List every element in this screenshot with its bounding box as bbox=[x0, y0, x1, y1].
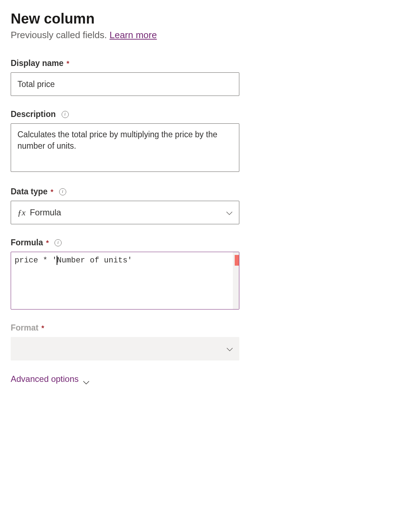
data-type-select-content: ƒx Formula bbox=[17, 208, 61, 218]
data-type-field-group: Data type * i ƒx Formula bbox=[11, 187, 395, 224]
formula-input[interactable]: price * 'Number of units' bbox=[11, 252, 239, 310]
format-field-group: Format * bbox=[11, 323, 395, 360]
required-asterisk: * bbox=[67, 60, 69, 67]
subtitle-text: Previously called fields. bbox=[11, 30, 109, 40]
data-type-label: Data type * bbox=[11, 187, 53, 196]
formula-error-indicator bbox=[235, 255, 239, 266]
format-label-row: Format * bbox=[11, 323, 395, 333]
display-name-field-group: Display name * bbox=[11, 58, 395, 96]
format-label: Format * bbox=[11, 323, 44, 333]
info-icon[interactable]: i bbox=[54, 239, 62, 246]
required-asterisk: * bbox=[51, 188, 53, 196]
data-type-select[interactable]: ƒx Formula bbox=[11, 201, 239, 224]
display-name-label: Display name * bbox=[11, 58, 69, 68]
page-title: New column bbox=[11, 11, 395, 27]
required-asterisk: * bbox=[46, 239, 49, 247]
description-input[interactable]: Calculates the total price by multiplyin… bbox=[11, 123, 239, 172]
chevron-down-icon bbox=[227, 347, 233, 351]
chevron-down-icon bbox=[83, 377, 89, 381]
page-subtitle: Previously called fields. Learn more bbox=[11, 30, 395, 41]
learn-more-link[interactable]: Learn more bbox=[109, 30, 157, 40]
description-label-row: Description i bbox=[11, 109, 395, 119]
data-type-value: Formula bbox=[30, 208, 61, 218]
advanced-options-toggle[interactable]: Advanced options bbox=[11, 374, 89, 384]
formula-content: price * 'Number of units' bbox=[11, 252, 239, 268]
format-select bbox=[11, 337, 239, 360]
formula-label-row: Formula * i bbox=[11, 238, 395, 247]
description-label: Description bbox=[11, 109, 56, 119]
display-name-label-row: Display name * bbox=[11, 58, 395, 68]
data-type-label-row: Data type * i bbox=[11, 187, 395, 196]
formula-scrollbar-track bbox=[233, 252, 239, 309]
chevron-down-icon bbox=[226, 210, 233, 215]
info-icon[interactable]: i bbox=[59, 188, 66, 195]
formula-label: Formula * bbox=[11, 238, 49, 247]
required-asterisk: * bbox=[41, 324, 44, 332]
advanced-options-label: Advanced options bbox=[11, 374, 79, 384]
display-name-input[interactable] bbox=[11, 72, 239, 96]
description-field-group: Description i Calculates the total price… bbox=[11, 109, 395, 173]
formula-field-group: Formula * i price * 'Number of units' bbox=[11, 238, 395, 310]
fx-icon: ƒx bbox=[17, 208, 26, 218]
info-icon[interactable]: i bbox=[62, 111, 69, 118]
